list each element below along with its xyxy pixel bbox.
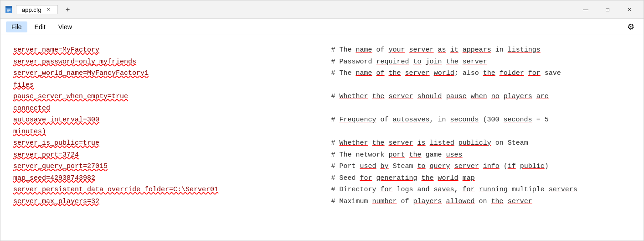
code-line-8: minutes) (13, 126, 313, 138)
code-column: server_name=MyFactory server_password=on… (13, 44, 313, 207)
settings-icon[interactable]: ⚙ (623, 20, 638, 34)
code-line-6: connected (13, 103, 313, 115)
new-tab-button[interactable]: + (60, 5, 76, 14)
comment-line-11: # Maximum number of players allowed on t… (331, 196, 631, 208)
app-icon (4, 5, 13, 14)
menu-items: File Edit View (6, 21, 77, 32)
comment-line-6: # Whether the server is listed publicly … (331, 137, 631, 149)
window-controls: — □ ✕ (575, 2, 640, 17)
comment-line-9: # Seed for generating the world map (331, 173, 631, 184)
close-tab-button[interactable]: × (45, 5, 52, 14)
editor-content: server_name=MyFactory server_password=on… (0, 35, 644, 241)
menubar: File Edit View ⚙ (0, 19, 644, 35)
comment-line-4: # Whether the server should pause when n… (331, 91, 631, 103)
comment-line-5b (331, 126, 631, 138)
svg-rect-1 (5, 6, 12, 8)
tab-label: app.cfg (22, 6, 41, 13)
file-menu[interactable]: File (6, 21, 27, 32)
code-line-14: server_max_players=32 (13, 196, 313, 208)
comment-line-3: # The name of the server world; also the… (331, 68, 631, 79)
comment-line-4b (331, 103, 631, 115)
comment-line-1: # The name of your server as it appears … (331, 44, 631, 56)
minimize-button[interactable]: — (575, 2, 596, 17)
code-line-12: map_seed=42938743982 (13, 173, 313, 184)
comment-line-10: # Directory for logs and saves, for runn… (331, 184, 631, 196)
code-line-3: server_world_name=MyFancyFactory1 (13, 68, 313, 79)
code-line-7: autosave_interval=300 (13, 114, 313, 126)
code-line-1: server_name=MyFactory (13, 44, 313, 56)
comment-line-8: # Port used by Steam to query server inf… (331, 161, 631, 173)
code-line-13: server_persistent_data_override_folder=C… (13, 184, 313, 196)
app-window: app.cfg × + — □ ✕ File Edit View ⚙ serve… (0, 0, 644, 241)
comment-line-5: # Frequency of autosaves, in seconds (30… (331, 114, 631, 126)
edit-menu[interactable]: Edit (29, 21, 51, 32)
comment-line-2: # Password required to join the server (331, 56, 631, 68)
comment-line-3b (331, 79, 631, 91)
code-line-2: server_password=only_myfriends (13, 56, 313, 68)
code-line-4: files (13, 79, 313, 91)
code-line-10: server_port=3724 (13, 149, 313, 161)
active-tab[interactable]: app.cfg × (16, 5, 58, 14)
tab-bar: app.cfg × + (16, 5, 575, 14)
code-line-5: pause_server_when_empty=true (13, 91, 313, 103)
view-menu[interactable]: View (53, 21, 77, 32)
code-line-9: server_is_public=true (13, 137, 313, 149)
code-line-11: server_query_port=27015 (13, 161, 313, 173)
comment-column: # The name of your server as it appears … (331, 44, 631, 207)
close-window-button[interactable]: ✕ (619, 2, 640, 17)
comment-line-7: # The network port the game uses (331, 149, 631, 161)
titlebar: app.cfg × + — □ ✕ (0, 0, 644, 19)
maximize-button[interactable]: □ (597, 2, 618, 17)
